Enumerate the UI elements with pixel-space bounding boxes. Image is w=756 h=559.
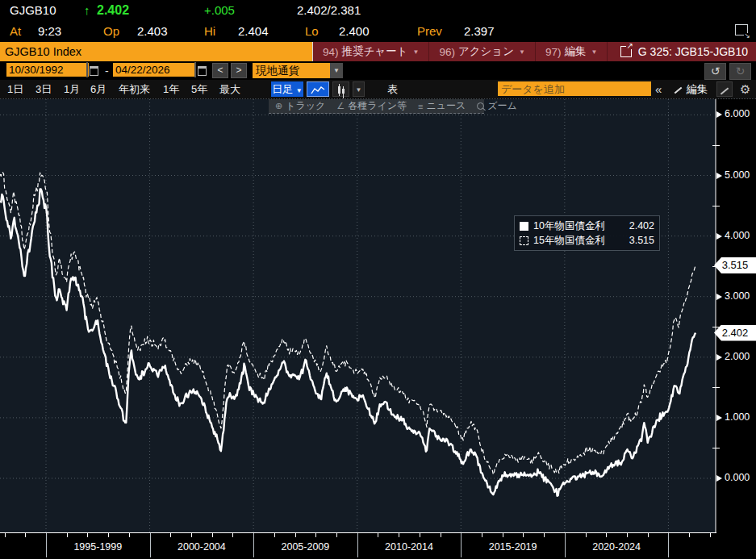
y-axis-tick-arrow-icon: [716, 233, 722, 240]
x-axis-year-tick: [710, 533, 711, 537]
chart-id: ↗ G 325: JGB15-JGB10: [620, 42, 756, 61]
currency-mode-select[interactable]: 現地通貨: [253, 63, 336, 78]
range-button-1y[interactable]: 1年: [161, 81, 181, 97]
redo-icon[interactable]: ↻: [729, 63, 751, 80]
menu-item-label: 編集: [564, 44, 586, 59]
range-button-1d[interactable]: 1日: [6, 81, 25, 97]
chevron-down-icon: ▼: [412, 48, 419, 56]
y-axis-label: 1.000: [725, 411, 756, 423]
x-axis-year-tick: [420, 533, 420, 537]
x-axis-year-tick: [689, 533, 690, 537]
low-label: Lo: [305, 24, 319, 38]
x-axis-year-tick: [5, 533, 6, 537]
legend-value: 3.515: [629, 235, 654, 246]
x-axis-period-divider: [565, 533, 566, 557]
add-data-input[interactable]: [498, 81, 651, 96]
x-axis-year-tick: [399, 533, 399, 537]
chart-type-dropdown[interactable]: ▼: [353, 81, 365, 97]
x-axis-year-tick: [586, 533, 587, 537]
x-axis-year-tick: [648, 533, 649, 537]
low-value: 2.400: [339, 24, 370, 38]
y-axis-tick-arrow-icon: [716, 354, 722, 361]
price-badge-10y[interactable]: 2.402: [714, 325, 756, 341]
x-axis-year-tick: [129, 533, 130, 537]
x-axis-year-tick: [336, 533, 337, 537]
next-period-button[interactable]: >: [231, 63, 247, 78]
screen-grab-icon[interactable]: ↘: [735, 24, 748, 35]
undo-icon[interactable]: ↺: [704, 63, 726, 80]
edit-chart-icon[interactable]: [716, 81, 733, 97]
range-button-5y[interactable]: 5年: [190, 81, 209, 97]
high-label: Hi: [204, 24, 215, 38]
lines-label: 各種ライン等: [348, 99, 407, 113]
x-axis-year-tick: [482, 533, 482, 537]
export-icon[interactable]: ↗: [620, 46, 632, 57]
quote-header: GJGB10 ↑ 2.402 +.005 2.402/2.381: [0, 0, 756, 22]
candlestick-chart-type-button[interactable]: [332, 81, 349, 97]
start-date-input[interactable]: [6, 63, 89, 77]
x-axis-year-tick: [544, 533, 545, 537]
news-tool-button[interactable]: ≡ニュース: [418, 99, 466, 113]
price-badge-15y[interactable]: 3.515: [714, 257, 756, 273]
calendar-icon[interactable]: [86, 62, 88, 77]
range-button-max[interactable]: 最大: [218, 81, 242, 97]
y-axis-tick-arrow-icon: [716, 475, 722, 482]
line-chart-type-button[interactable]: [307, 81, 329, 97]
y-axis-tick-arrow-icon: [716, 111, 722, 118]
track-tool-button[interactable]: ⊕トラック: [275, 99, 325, 113]
calendar-icon[interactable]: [194, 62, 196, 77]
menu-item-actions[interactable]: 96) アクション ▼: [429, 42, 536, 61]
edit-label: 編集: [687, 83, 708, 95]
chevron-down-icon: ▼: [591, 48, 597, 56]
prev-period-button[interactable]: <: [212, 63, 228, 78]
direction-up-icon: ↑: [84, 3, 90, 17]
y-axis-minor-tick: [712, 387, 720, 388]
annotate-lines-button[interactable]: ∠各種ライン等: [336, 99, 407, 113]
at-time: 9:23: [38, 24, 61, 38]
annotate-edit-button[interactable]: 編集: [674, 81, 708, 97]
x-axis-year-tick: [67, 533, 68, 537]
menu-item-suggested-charts[interactable]: 94) 推奨チャート ▼: [313, 42, 429, 61]
legend-item-10y[interactable]: 10年物国債金利 2.402: [520, 219, 654, 233]
price-chart[interactable]: ⊕トラック ∠各種ライン等 ≡ニュース ズーム 10年物国債金利 2.402 1…: [0, 98, 756, 559]
ticker-symbol: GJGB10: [10, 3, 56, 17]
x-axis-year-tick: [378, 533, 378, 537]
security-title[interactable]: GJGB10 Index: [0, 42, 313, 61]
chevron-down-icon: ▼: [296, 87, 303, 94]
collapse-panel-button[interactable]: «: [655, 81, 662, 97]
y-axis-label: 6.000: [725, 108, 756, 119]
track-label: トラック: [286, 99, 325, 113]
range-button-3d[interactable]: 3日: [34, 81, 53, 97]
menu-item-number: 94): [323, 46, 339, 58]
x-axis-period-label: 2000-2004: [161, 541, 242, 553]
prev-value: 2.397: [464, 24, 495, 38]
range-button-1m[interactable]: 1月: [62, 81, 81, 97]
y-axis-minor-tick: [712, 327, 720, 327]
y-axis-label: 5.000: [725, 169, 756, 181]
end-date-input[interactable]: [113, 63, 195, 77]
zoom-tool-button[interactable]: ズーム: [477, 99, 517, 113]
chart-id-label: G 325: JGB15-JGB10: [638, 45, 748, 58]
menu-item-edit[interactable]: 97) 編集 ▼: [536, 42, 608, 61]
chart-tools-toolbar: ⊕トラック ∠各種ライン等 ≡ニュース ズーム: [269, 99, 484, 114]
range-button-6m[interactable]: 6月: [89, 81, 108, 97]
x-axis-period-label: 2010-2014: [369, 541, 449, 553]
table-view-button[interactable]: 表: [386, 81, 399, 97]
chevron-down-icon[interactable]: ▼: [330, 63, 343, 78]
chart-canvas: [0, 99, 756, 559]
at-label: At: [10, 24, 21, 38]
x-axis-year-tick: [295, 533, 296, 537]
menu-item-label: アクション: [458, 44, 514, 59]
crosshair-icon: ⊕: [275, 101, 282, 111]
bid-ask: 2.402/2.381: [297, 3, 361, 17]
range-button-ytd[interactable]: 年初来: [117, 81, 152, 97]
x-axis-year-tick: [170, 533, 171, 537]
interval-select[interactable]: 日足 ▼: [271, 81, 303, 97]
legend-label: 10年物国債金利: [533, 219, 605, 233]
legend-item-15y[interactable]: 15年物国債金利 3.515: [520, 233, 654, 248]
candlestick-icon: [342, 89, 345, 94]
legend-value: 2.402: [629, 220, 654, 232]
x-axis-year-tick: [503, 533, 503, 537]
gear-icon[interactable]: ⚙: [740, 81, 750, 97]
x-axis-period-label: 2020-2024: [576, 541, 657, 553]
